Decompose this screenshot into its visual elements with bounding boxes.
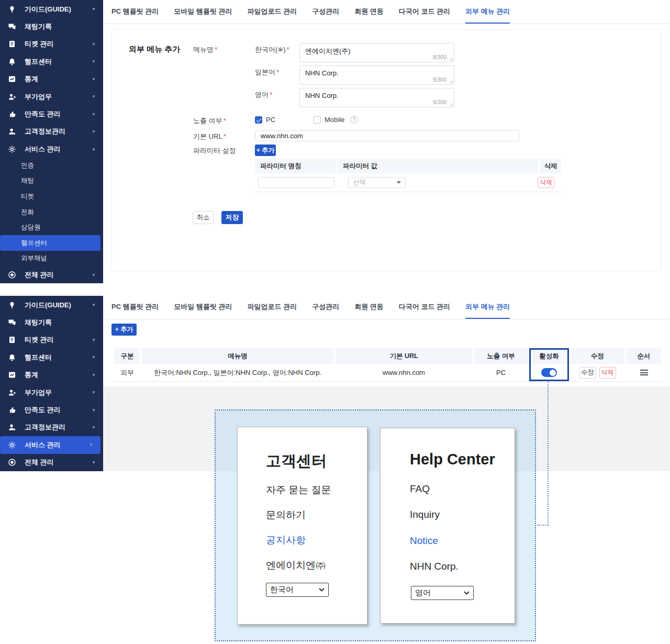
sidebar-item-ticket[interactable]: 티켓 관리 ▼: [0, 331, 103, 349]
param-name-input[interactable]: [258, 177, 334, 188]
preview-item-external-ko[interactable]: 엔에이치엔㈜: [266, 559, 326, 572]
col-expose: 노출 여부: [474, 348, 528, 364]
textarea-value: NHN Corp.: [305, 92, 339, 99]
target-icon: [8, 271, 16, 279]
preview-item-faq-en[interactable]: FAQ: [410, 483, 430, 495]
cancel-button[interactable]: 취소: [193, 211, 214, 224]
submenu-item-external-channel[interactable]: 외부채널: [0, 251, 103, 267]
language-select-ko[interactable]: 한국어: [266, 583, 329, 597]
tab-bar: PC 템플릿 관리 모바일 템플릿 관리 파일업로드 관리 구성관리 회원 연동…: [103, 0, 670, 24]
preview-card-korean: 고객센터 자주 묻는 질문 문의하기 공지사항 엔에이치엔㈜ 한국어: [237, 427, 367, 625]
submenu-item-agent[interactable]: 상담원: [0, 220, 103, 236]
tab-file-upload[interactable]: 파일업로드 관리: [248, 0, 297, 24]
tab-mobile-template[interactable]: 모바일 템플릿 관리: [174, 0, 232, 24]
person-icon: [8, 423, 16, 431]
sidebar-item-label: 채팅기록: [25, 318, 96, 327]
tab-bar-second: PC 템플릿 관리 모바일 템플릿 관리 파일업로드 관리 구성관리 회원 연동…: [103, 296, 670, 319]
thumbs-up-icon: [8, 110, 16, 118]
save-button[interactable]: 저장: [221, 211, 243, 224]
param-value-select[interactable]: 선택: [348, 177, 406, 188]
chevron-down-icon: ▼: [92, 373, 96, 377]
korean-name-textarea[interactable]: 엔에이치엔(주) 8/300: [299, 43, 454, 62]
tab-member-link[interactable]: 회원 연동: [354, 296, 384, 319]
mobile-checkbox[interactable]: [314, 116, 321, 124]
sidebar-item-label: 통계: [25, 74, 92, 84]
tab-multilang-code[interactable]: 다국어 코드 관리: [399, 296, 450, 319]
sidebar-item-total[interactable]: 전체 관리 ▼: [0, 454, 103, 471]
active-toggle[interactable]: [541, 368, 557, 377]
sidebar-item-addon[interactable]: 부가업무 ▼: [0, 88, 103, 105]
language-select-en[interactable]: 영어: [411, 586, 474, 600]
url-input[interactable]: www.nhn.com: [255, 130, 519, 141]
pc-checkbox[interactable]: [255, 116, 262, 124]
tab-pc-template[interactable]: PC 템플릿 관리: [111, 296, 159, 319]
tab-file-upload[interactable]: 파일업로드 관리: [248, 296, 297, 319]
help-icon[interactable]: ?: [350, 116, 358, 124]
tab-external-menu[interactable]: 외부 메뉴 관리: [465, 296, 510, 319]
sidebar-item-chat-history[interactable]: 채팅기록: [0, 18, 103, 35]
col-active: 활성화: [530, 348, 568, 364]
sidebar-item-ticket[interactable]: 티켓 관리 ▼: [0, 36, 103, 53]
preview-item-inquiry-en[interactable]: Inquiry: [410, 509, 440, 520]
sidebar-item-chat-history[interactable]: 채팅기록: [0, 314, 103, 331]
resize-handle-icon[interactable]: [449, 57, 453, 61]
label-text: 일본어: [255, 68, 275, 76]
sidebar-item-label: 전체 관리: [25, 458, 92, 467]
sidebar-item-guide[interactable]: 가이드(GUIDE) ▼: [0, 1, 103, 18]
param-delete-button[interactable]: 삭제: [538, 177, 554, 188]
submenu-item-auth[interactable]: 인증: [0, 158, 103, 174]
sidebar-item-satisfaction[interactable]: 만족도 관리 ▼: [0, 105, 103, 123]
thumbs-up-icon: [8, 406, 16, 414]
tab-external-menu[interactable]: 외부 메뉴 관리: [465, 0, 510, 24]
submenu-item-phone[interactable]: 전화: [0, 204, 103, 220]
col-type: 구분: [115, 348, 140, 364]
resize-handle-icon[interactable]: [449, 79, 453, 83]
list-add-button[interactable]: + 추가: [111, 324, 137, 336]
sidebar-item-customer-info[interactable]: 고객정보관리 ▼: [0, 123, 103, 140]
english-name-textarea[interactable]: NHN Corp. 9/300: [299, 88, 454, 107]
tab-config[interactable]: 구성관리: [312, 296, 339, 319]
sidebar-item-stats[interactable]: 통계 ▼: [0, 367, 103, 384]
sidebar-item-helpcenter[interactable]: 헬프센터 ▼: [0, 349, 103, 366]
preview-item-notice-ko[interactable]: 공지사항: [266, 534, 306, 547]
resize-handle-icon[interactable]: [449, 102, 453, 106]
submenu-item-chat[interactable]: 채팅: [0, 173, 103, 189]
preview-item-faq-ko[interactable]: 자주 묻는 질문: [266, 483, 331, 497]
sidebar-item-stats[interactable]: 통계 ▼: [0, 71, 103, 88]
param-add-button[interactable]: + 추가: [255, 145, 276, 156]
mobile-checkbox-label: Mobile: [325, 116, 344, 124]
sidebar-item-service[interactable]: 서비스 관리 ▼: [0, 436, 100, 453]
chevron-down-icon: ▼: [92, 338, 96, 342]
tab-multilang-code[interactable]: 다국어 코드 관리: [399, 0, 450, 24]
preview-item-external-en[interactable]: NHN Corp.: [410, 561, 459, 572]
selected-language: 영어: [415, 588, 431, 598]
delete-button[interactable]: 삭제: [599, 367, 616, 379]
preview-title-en: Help Center: [410, 451, 495, 468]
sidebar-item-service[interactable]: 서비스 관리 ▲: [0, 140, 103, 158]
reorder-handle-icon[interactable]: [640, 369, 648, 377]
tab-member-link[interactable]: 회원 연동: [354, 0, 384, 24]
japanese-name-textarea[interactable]: NHN Corp. 9/300: [299, 65, 454, 85]
param-table-header: 파라미터 명칭 파라미터 값 삭제: [255, 159, 561, 173]
submenu-item-helpcenter[interactable]: 헬프센터: [0, 235, 100, 251]
sidebar-item-customer-info[interactable]: 고객정보관리 ▼: [0, 419, 103, 436]
sidebar-item-total[interactable]: 전체 관리 ▼: [0, 267, 103, 283]
tab-mobile-template[interactable]: 모바일 템플릿 관리: [174, 296, 232, 319]
tab-pc-template[interactable]: PC 템플릿 관리: [111, 0, 159, 24]
person-plus-icon: [8, 93, 16, 101]
submenu-item-ticket[interactable]: 티켓: [0, 189, 103, 205]
preview-item-inquiry-ko[interactable]: 문의하기: [266, 508, 306, 522]
tab-config[interactable]: 구성관리: [312, 0, 339, 24]
admin-console: 가이드(GUIDE) ▼ 채팅기록 티켓 관리 ▼ 헬프센터 ▼ 통계 ▼ 부가…: [0, 0, 670, 644]
sidebar-item-helpcenter[interactable]: 헬프센터 ▼: [0, 53, 103, 70]
col-menu-name: 메뉴명: [142, 348, 333, 364]
sidebar-item-guide[interactable]: 가이드(GUIDE) ▼: [0, 296, 103, 314]
edit-button[interactable]: 수정: [579, 367, 596, 379]
preview-item-notice-en[interactable]: Notice: [410, 535, 438, 547]
chevron-down-icon: ▼: [92, 112, 96, 117]
sidebar-item-addon[interactable]: 부가업무 ▼: [0, 384, 103, 401]
sidebar-item-label: 부가업무: [25, 92, 92, 102]
form-title: 외부 메뉴 추가: [129, 45, 180, 54]
submenu-label: 인증: [21, 161, 34, 170]
sidebar-item-satisfaction[interactable]: 만족도 관리 ▼: [0, 401, 103, 418]
